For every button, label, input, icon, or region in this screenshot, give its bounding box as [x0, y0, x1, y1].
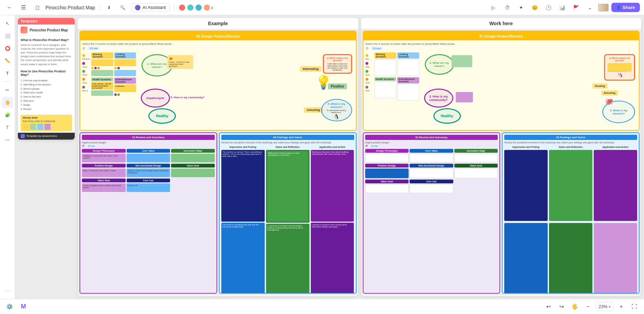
wh-amusing-label: Amusing — [601, 90, 618, 95]
pen-tool-button[interactable]: ✏️ — [2, 55, 13, 66]
settings-button[interactable]: ⚙️ — [4, 301, 15, 312]
example-content: 01 Design Product/Service Select the 4 s… — [78, 29, 358, 295]
r1-c3 — [171, 154, 215, 162]
flag-button[interactable]: 🚩 — [571, 2, 582, 13]
reaction-button[interactable]: 😊 — [529, 2, 540, 13]
menu-button[interactable]: ☰ — [18, 2, 29, 13]
wh-gains-card1 — [549, 150, 592, 221]
timer-button[interactable]: ⏱ — [502, 2, 513, 13]
ai-assistant-button[interactable]: AI Assistant — [131, 3, 170, 12]
wh-r3-c2 — [410, 184, 453, 193]
text-tool-button[interactable]: T — [2, 68, 13, 79]
example-bottom-sections: 02 Review and Summary Inspire product de… — [80, 132, 357, 294]
wh-timer-icon: ⏱ — [366, 47, 369, 50]
work-here-panel: Work here 01 Design Product/Service Sele… — [361, 18, 642, 296]
more-tools-button[interactable]: · · · — [2, 285, 13, 296]
wh-r3-c3 — [454, 184, 498, 193]
design-instruction: Select the 4 scenes of action after the … — [82, 42, 354, 45]
history-button[interactable]: 🕐 — [543, 2, 554, 13]
main-canvas[interactable]: Templates Pinocchio Product Map What is … — [15, 15, 644, 299]
shape-tool-button[interactable]: ⭕ — [2, 43, 13, 54]
dot-orange — [82, 78, 85, 81]
col-core-use: Core Use — [127, 179, 170, 182]
wh-dot-orange — [366, 78, 368, 81]
chart-button[interactable]: 📊 — [557, 2, 568, 13]
feelings-sub: Review the wonderful moments of the work… — [221, 141, 354, 144]
chevron-down-icon: ▾ — [609, 305, 611, 308]
cut-icon: ✂ — [6, 88, 9, 93]
amusing-label: Amusing — [304, 107, 323, 113]
dot-yellow — [82, 54, 85, 57]
col-empty — [171, 179, 215, 182]
frame-tool-button[interactable]: ⬜ — [2, 30, 13, 41]
text2-tool-button[interactable]: T — [2, 122, 13, 133]
share-label: Share — [623, 5, 635, 10]
present-button[interactable]: ▷ — [488, 2, 499, 13]
wh-health-header: Health Scenario — [374, 77, 397, 81]
zoom-out-button[interactable]: − — [582, 301, 593, 312]
wh-impression-card2 — [504, 223, 548, 294]
wh-review-row3 — [365, 184, 498, 193]
toolbar-right: ▷ ⏱ ✦ 😊 🕐 📊 🚩 ⌄ 👤 Share — [488, 2, 640, 13]
limiting-header: Limiting Scenario — [114, 52, 136, 59]
wh-col-positive: Positive Design — [365, 164, 409, 168]
text-icon: T — [6, 71, 9, 76]
more-tools-icon: · · · — [5, 289, 10, 293]
timer-row: ⏱ 15 min — [82, 47, 354, 50]
wh-sticky-sections: Wishing Scenario Limiting Scenario — [374, 52, 419, 126]
healthy-bubble: Healthy — [148, 108, 176, 124]
hand-tool-button[interactable]: 🖐 — [2, 97, 13, 108]
line-tool-button[interactable]: — — [2, 134, 13, 145]
gains-card1: Reflected on shortcoming is 6 and aforda… — [266, 150, 309, 223]
wishing-stickies — [91, 59, 113, 76]
gains-card2: 1. Increase a lot about communication, b… — [266, 224, 309, 294]
cursor-icon: ↖ — [6, 21, 10, 26]
entertainment-section: Entertainment Scenario 1 A element... — [114, 78, 136, 96]
ai-icon — [135, 5, 140, 10]
hand-mode-button[interactable]: 🖐 — [569, 301, 580, 312]
logo-button[interactable]: M — [18, 301, 29, 312]
dropdown-button[interactable]: ⌄ — [584, 2, 595, 13]
zoom-display[interactable]: 23% ▾ — [595, 302, 614, 311]
present-icon: ▷ — [492, 5, 495, 10]
feelings-header: 03 Feelings and Gains — [221, 135, 354, 140]
wh-dot-purple — [366, 62, 368, 65]
wh-gains-card2 — [549, 223, 592, 294]
back-button[interactable]: ← — [4, 2, 15, 13]
redo-button[interactable]: ↪ — [556, 301, 567, 312]
sticky-note-desc: Add sticky notes to collaborate — [23, 120, 70, 122]
wishing-header: Wishing Scenario — [91, 52, 113, 59]
vote-button[interactable]: ✦ — [516, 2, 527, 13]
component-icon: 🧩 — [5, 112, 10, 118]
fullscreen-button[interactable]: ⛶ — [629, 301, 640, 312]
template-description: What is Pinocchio Product Map? Need to c… — [18, 36, 75, 68]
history-icon: 🕐 — [546, 5, 551, 10]
wh-review-headers2: Positive Design Non-functional Design Va… — [365, 164, 498, 168]
expand-collaborators[interactable]: › — [211, 5, 213, 10]
example-panel-title: Example — [78, 18, 358, 29]
color-dots: Behavior Voice Skills Story Bonus — [82, 52, 89, 126]
wh-community-sticky — [456, 92, 473, 102]
wh-r3-c1 — [365, 184, 409, 193]
impression-card2: The world is something like that and the… — [221, 223, 265, 294]
main-content-area: Example 01 Design Product/Service Select… — [78, 18, 641, 296]
component-tool-button[interactable]: 🧩 — [2, 109, 13, 120]
wh-values-bubble: 2. What are my values? — [425, 54, 454, 75]
dot-label-behavior: Behavior — [82, 58, 89, 60]
search-button[interactable]: 🔍 — [117, 2, 128, 13]
share-button[interactable]: 👤 Share — [611, 3, 640, 12]
redo-icon: ↪ — [559, 303, 564, 310]
wh-color-dots: Beh. Note Note Note Note — [366, 52, 372, 126]
shape-icon: ⭕ — [5, 46, 10, 51]
example-panel: Example 01 Design Product/Service Select… — [78, 18, 358, 296]
col-design-philosophy: Design Philosophy — [82, 149, 126, 153]
review-header: 02 Review and Summary — [82, 135, 215, 140]
wh-r2-c1 — [365, 169, 409, 178]
template-icon — [21, 27, 28, 33]
zoom-in-button[interactable]: + — [616, 301, 627, 312]
download-button[interactable]: ⬇ — [104, 2, 115, 13]
cursor-tool-button[interactable]: ↖ — [2, 18, 13, 29]
undo-button[interactable]: ↩ — [543, 301, 554, 312]
r3-c1: Launch in all apps to help in situation … — [82, 183, 126, 192]
cut-tool-button[interactable]: ✂ — [2, 84, 13, 95]
